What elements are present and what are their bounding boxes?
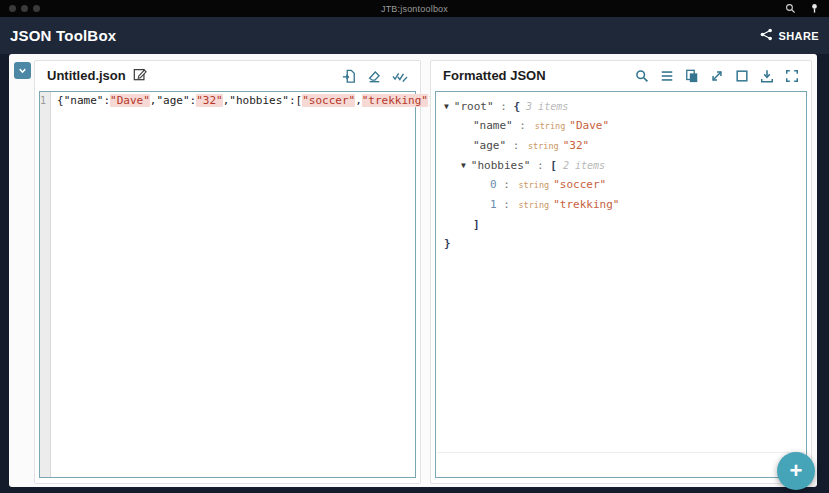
code-token-punct: { [57, 94, 64, 107]
code-token-key: "name" [64, 94, 104, 107]
tree-colon: : [497, 178, 517, 191]
tree-row: ] [436, 215, 806, 234]
select-box-icon[interactable] [735, 69, 749, 83]
tree-key: 0 [490, 178, 497, 191]
value-type-label: string [519, 200, 550, 210]
code-token-punct: , [355, 94, 362, 107]
editor-file-title: Untitled.json [47, 68, 126, 83]
code-token-value: "32" [196, 94, 223, 107]
tree-row: 1 : string"trekking" [436, 195, 806, 215]
download-icon[interactable] [760, 69, 774, 83]
tree-key: "age" [473, 139, 506, 152]
code-line[interactable]: {"name":"Dave","age":"32","hobbies":["so… [51, 92, 441, 477]
search-icon[interactable] [785, 3, 796, 14]
tree-footer-divider [437, 452, 805, 453]
tree-bracket: ] [473, 218, 480, 231]
line-number: 1 [40, 95, 46, 106]
search-icon[interactable] [635, 69, 649, 83]
value-type-label: string [528, 141, 559, 151]
json-code-editor[interactable]: 1 {"name":"Dave","age":"32","hobbies":["… [39, 91, 416, 478]
items-count-badge: 3 items [526, 101, 568, 112]
rename-file-icon[interactable] [133, 67, 147, 84]
tree-row: ▼"root" : {3 items [436, 97, 806, 116]
erase-icon[interactable] [367, 69, 381, 83]
sidebar-collapse-button[interactable] [14, 62, 31, 79]
tree-bracket: [ [550, 159, 557, 172]
tree-bracket: } [444, 237, 451, 250]
chevron-down-icon [17, 62, 28, 80]
tree-key: 1 [490, 198, 497, 211]
plus-icon: + [790, 458, 803, 484]
tree-colon: : [494, 100, 514, 113]
tree-row: } [436, 234, 806, 253]
code-token-key: "hobbies" [229, 94, 289, 107]
tree-toggle-icon[interactable]: ▼ [461, 161, 466, 170]
tree-row: 0 : string"soccer" [436, 175, 806, 195]
expand-levels-icon[interactable] [660, 69, 674, 83]
code-token-value: "Dave" [110, 94, 150, 107]
tree-value: "Dave" [569, 119, 609, 132]
tree-key: "root" [454, 100, 494, 113]
code-token-punct: : [289, 94, 296, 107]
share-icon [760, 28, 773, 43]
value-type-label: string [519, 180, 550, 190]
import-file-icon[interactable] [342, 69, 356, 83]
formatted-panel-title: Formatted JSON [443, 68, 546, 83]
code-token-key: "age" [156, 94, 189, 107]
format-validate-icon[interactable] [392, 69, 408, 83]
pin-icon[interactable] [809, 3, 820, 14]
share-label: SHARE [778, 30, 819, 42]
content-card: Untitled.json 1 {"name":"Dave","age":"32… [9, 54, 817, 487]
window-title: JTB:jsontoolbox [0, 4, 829, 14]
tree-row: ▼"hobbies" : [2 items [436, 156, 806, 175]
editor-panel-header: Untitled.json [35, 61, 420, 90]
window-titlebar: JTB:jsontoolbox [0, 0, 829, 17]
fullscreen-icon[interactable] [785, 69, 799, 83]
tree-value: "soccer" [553, 178, 606, 191]
tree-key: "hobbies" [471, 159, 531, 172]
tree-row: "age" : string"32" [436, 136, 806, 156]
collapse-icon[interactable] [710, 69, 724, 83]
editor-gutter: 1 [40, 92, 51, 477]
tree-colon: : [497, 198, 517, 211]
value-type-label: string [535, 121, 566, 131]
tree-key: "name" [473, 119, 513, 132]
formatted-panel-header: Formatted JSON [431, 61, 811, 90]
copy-icon[interactable] [685, 69, 699, 83]
code-token-value: "trekking" [362, 94, 428, 107]
app-header: JSON ToolBox SHARE [0, 17, 829, 54]
tree-colon: : [530, 159, 550, 172]
code-token-value: "soccer" [302, 94, 355, 107]
tree-value: "trekking" [553, 198, 619, 211]
tree-colon: : [506, 139, 526, 152]
tree-toggle-icon[interactable]: ▼ [444, 102, 449, 111]
items-count-badge: 2 items [563, 160, 605, 171]
json-tree[interactable]: ▼"root" : {3 items"name" : string"Dave""… [435, 91, 807, 478]
editor-panel: Untitled.json 1 {"name":"Dave","age":"32… [34, 60, 421, 484]
formatted-json-panel: Formatted JSON ▼"root" : {3 items"name" … [430, 60, 812, 484]
tree-value: "32" [563, 139, 590, 152]
tree-bracket: { [513, 100, 520, 113]
share-button[interactable]: SHARE [760, 28, 819, 43]
app-title: JSON ToolBox [10, 27, 116, 44]
add-button[interactable]: + [777, 452, 815, 490]
tree-colon: : [513, 119, 533, 132]
tree-row: "name" : string"Dave" [436, 116, 806, 136]
